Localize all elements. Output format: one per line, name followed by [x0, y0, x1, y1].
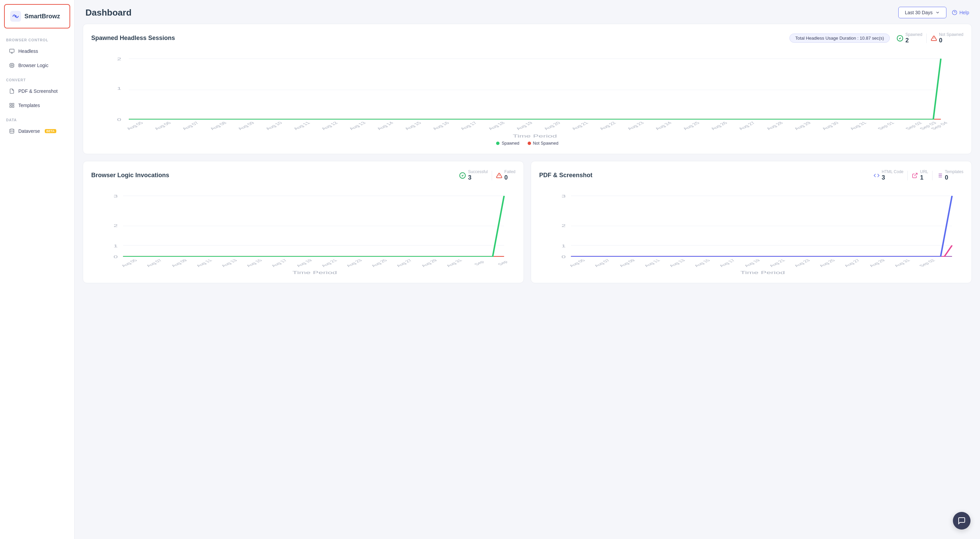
failed-label: Failed [504, 170, 515, 174]
svg-text:2: 2 [562, 224, 566, 228]
svg-text:1: 1 [117, 86, 121, 90]
svg-text:3: 3 [562, 195, 566, 198]
chat-fab[interactable] [953, 512, 970, 529]
svg-text:Aug 17: Aug 17 [270, 258, 289, 267]
date-filter-button[interactable]: Last 30 Days [898, 7, 947, 18]
grid-icon [9, 102, 15, 108]
svg-text:Aug 15: Aug 15 [693, 258, 711, 267]
sidebar-item-templates[interactable]: Templates [3, 99, 72, 112]
help-button[interactable]: Help [952, 10, 969, 15]
svg-text:Aug 21: Aug 21 [320, 258, 339, 267]
alert-triangle-icon [931, 35, 937, 41]
svg-text:Aug 19: Aug 19 [743, 258, 761, 267]
svg-text:Aug 07: Aug 07 [593, 258, 611, 267]
successful-value: 3 [468, 174, 471, 181]
templates-pdf-label: Templates [945, 170, 963, 174]
svg-rect-5 [10, 103, 11, 105]
file-icon [9, 88, 15, 94]
spawned-value: 2 [905, 37, 909, 44]
svg-text:Aug 23: Aug 23 [793, 258, 811, 267]
svg-text:Aug 11: Aug 11 [643, 258, 662, 267]
templates-pdf-stat: Templates 0 [937, 170, 963, 181]
two-col-section: Browser Logic Invocations Successful 3 [83, 161, 972, 290]
browser-logic-chart: 3 2 1 0 Aug 05 Aug [91, 187, 515, 275]
svg-text:Aug 12: Aug 12 [320, 121, 339, 130]
topbar: Dashboard Last 30 Days Help [75, 0, 980, 24]
svg-text:Aug 24: Aug 24 [654, 121, 673, 130]
check-circle-icon [897, 35, 904, 42]
svg-text:Time Period: Time Period [513, 134, 557, 138]
alert-triangle-icon-2 [496, 173, 502, 179]
html-code-stat: HTML Code 3 [873, 170, 904, 181]
stat-divider-4 [932, 171, 932, 180]
html-code-label: HTML Code [882, 170, 904, 174]
not-spawned-stat: Not Spawned 0 [931, 32, 963, 44]
logo[interactable]: SmartBrowz [4, 4, 70, 29]
svg-text:Aug 09: Aug 09 [236, 121, 256, 130]
svg-rect-2 [10, 49, 14, 52]
headless-label: Headless [18, 48, 38, 54]
svg-rect-4 [11, 65, 13, 66]
headless-card-title: Spawned Headless Sessions [91, 35, 175, 42]
svg-text:Aug 31: Aug 31 [848, 121, 868, 130]
svg-text:1: 1 [562, 244, 566, 248]
content-area: Spawned Headless Sessions Total Headless… [75, 24, 980, 298]
svg-text:Aug 15: Aug 15 [404, 121, 423, 130]
svg-text:Aug 31: Aug 31 [445, 258, 463, 267]
svg-rect-7 [10, 106, 11, 108]
svg-text:0: 0 [114, 255, 118, 259]
monitor-icon [9, 48, 15, 54]
svg-text:Sep 02: Sep 02 [918, 258, 937, 267]
url-label: URL [920, 170, 928, 174]
headless-card-meta: Total Headless Usage Duration : 10.87 se… [789, 32, 963, 44]
cpu-icon [9, 62, 15, 68]
sidebar-item-headless[interactable]: Headless [3, 45, 72, 58]
svg-line-82 [915, 173, 917, 176]
sidebar: SmartBrowz BROWSER CONTROL Headless Brow… [0, 0, 75, 539]
successful-stat: Successful 3 [459, 170, 488, 181]
templates-pdf-value: 0 [945, 174, 948, 181]
svg-text:Sep: Sep [496, 260, 509, 266]
svg-point-1 [14, 15, 17, 17]
pdf-card-header: PDF & Screenshot HTML Code 3 [539, 170, 963, 181]
headless-chart: Number of Invocations 2 1 0 Aug 05 Aug 0… [91, 49, 963, 138]
logo-icon [10, 11, 21, 22]
section-data: DATA [0, 113, 74, 124]
page-title: Dashboard [86, 8, 132, 18]
svg-text:Aug 17: Aug 17 [459, 121, 479, 130]
svg-text:0: 0 [117, 117, 121, 122]
sidebar-item-dataverse[interactable]: Dataverse BETA [3, 125, 72, 138]
section-browser-control: BROWSER CONTROL [0, 33, 74, 44]
svg-text:Time Period: Time Period [292, 270, 337, 275]
check-circle-icon-2 [459, 172, 466, 179]
svg-text:1: 1 [114, 244, 118, 248]
code-icon [873, 173, 880, 179]
pdf-chart: 3 2 1 0 [539, 187, 963, 275]
svg-text:Aug 05: Aug 05 [125, 121, 145, 130]
browser-logic-header: Browser Logic Invocations Successful 3 [91, 170, 515, 181]
svg-text:Sep 01: Sep 01 [876, 121, 896, 130]
legend-not-spawned-label: Not Spawned [533, 141, 558, 146]
sidebar-item-pdf[interactable]: PDF & Screenshot [3, 85, 72, 98]
spawned-dot [496, 142, 500, 145]
stat-divider [926, 33, 927, 43]
spawned-stat: Spawned 2 [897, 32, 922, 44]
svg-text:Aug 29: Aug 29 [793, 121, 812, 130]
svg-text:Aug 05: Aug 05 [568, 258, 586, 267]
svg-text:Aug 25: Aug 25 [818, 258, 837, 267]
svg-text:Aug 09: Aug 09 [618, 258, 636, 267]
svg-text:Aug 13: Aug 13 [348, 121, 367, 130]
sidebar-item-browser-logic[interactable]: Browser Logic [3, 59, 72, 72]
svg-text:Aug 14: Aug 14 [376, 121, 395, 130]
templates-label: Templates [18, 103, 40, 108]
pdf-label: PDF & Screenshot [18, 89, 58, 94]
legend-spawned: Spawned [496, 141, 519, 146]
usage-pill: Total Headless Usage Duration : 10.87 se… [789, 33, 890, 43]
svg-text:Aug 19: Aug 19 [515, 121, 534, 130]
legend-spawned-label: Spawned [501, 141, 519, 146]
svg-text:Aug 11: Aug 11 [195, 258, 214, 267]
svg-text:Aug 30: Aug 30 [821, 121, 840, 130]
svg-rect-3 [10, 64, 14, 67]
failed-stat: Failed 0 [496, 170, 515, 181]
svg-text:Aug 31: Aug 31 [893, 258, 912, 267]
